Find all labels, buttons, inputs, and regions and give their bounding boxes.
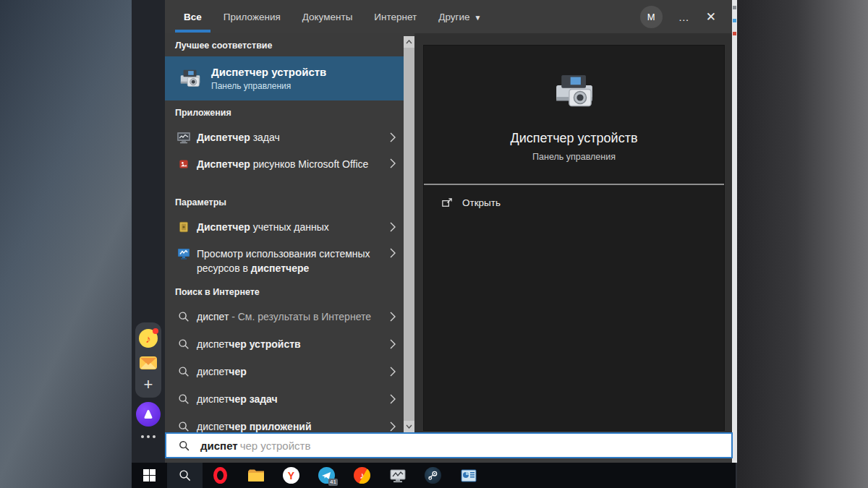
web-suggestion-item[interactable]: диспетчер задач [165, 385, 404, 413]
section-settings: Параметры [165, 190, 404, 213]
desktop-background-left [0, 0, 132, 488]
chevron-right-icon[interactable] [389, 221, 398, 234]
browser-sidebar: ♪ + [132, 0, 165, 463]
taskbar-file-explorer[interactable] [238, 463, 273, 488]
chevron-right-icon[interactable] [389, 157, 398, 170]
telegram-icon: 41 [318, 467, 335, 484]
taskbar-yandex-music[interactable]: ♪ [344, 463, 380, 488]
add-panel-icon[interactable]: + [144, 378, 153, 391]
device-manager-icon [178, 67, 203, 91]
search-icon [176, 419, 191, 432]
search-tabs-bar: Все Приложения Документы Интернет Другие… [165, 0, 732, 33]
best-match-subtitle: Панель управления [211, 81, 326, 91]
chevron-right-icon[interactable] [389, 393, 398, 406]
tab-more[interactable]: Другие▼ [437, 9, 482, 25]
credential-manager-icon [176, 220, 191, 234]
search-icon [176, 309, 191, 324]
windows-logo-icon [143, 469, 156, 482]
search-input[interactable]: диспет чер устройств [165, 432, 733, 458]
device-manager-icon [551, 69, 597, 115]
scroll-up-icon[interactable] [404, 36, 414, 48]
office-picture-manager-icon [176, 157, 191, 171]
search-suggestion-text: чер устройств [240, 440, 311, 452]
chevron-right-icon[interactable] [389, 310, 398, 323]
user-avatar[interactable]: M [640, 6, 663, 28]
tab-all[interactable]: Все [182, 9, 203, 25]
search-window: Все Приложения Документы Интернет Другие… [165, 0, 732, 463]
result-item-task-manager[interactable]: Диспетчер задач [165, 124, 404, 151]
open-external-icon [441, 197, 454, 209]
desktop-background-right [737, 0, 868, 488]
results-scrollbar[interactable] [404, 36, 414, 432]
open-action[interactable]: Открыть [441, 197, 501, 209]
taskbar-telegram[interactable]: 41 [309, 463, 344, 488]
detail-title: Диспетчер устройств [511, 131, 638, 146]
yandex-mail-icon[interactable] [139, 355, 158, 371]
taskbar-opera[interactable] [203, 463, 238, 488]
web-suggestion-item[interactable]: диспетчер [165, 358, 404, 385]
web-suggestion-item[interactable]: диспетчер устройств [165, 330, 404, 358]
search-typed-text: диспет [200, 440, 238, 452]
result-item-resource-monitor[interactable]: Просмотр использования системных ресурсо… [165, 241, 404, 280]
tab-apps[interactable]: Приложения [222, 9, 282, 25]
section-best-match: Лучшее соответствие [165, 33, 404, 56]
web-suggestion-item[interactable]: диспетчер приложений [165, 413, 404, 432]
yandex-music-icon: ♪ [354, 467, 370, 484]
resource-monitor-icon [176, 247, 191, 261]
chevron-right-icon[interactable] [389, 338, 398, 351]
yandex-browser-icon: Y [283, 467, 299, 484]
web-suggestion-item[interactable]: диспет - См. результаты в Интернете [165, 303, 404, 330]
search-icon [176, 392, 191, 406]
best-match-item[interactable]: Диспетчер устройств Панель управления [165, 56, 404, 100]
taskbar: Y 41 ♪ [132, 463, 736, 488]
taskbar-yandex-browser[interactable]: Y [273, 463, 309, 488]
yandex-music-icon[interactable]: ♪ [139, 329, 158, 348]
search-icon [176, 364, 191, 379]
steam-icon [425, 467, 441, 484]
task-manager-icon [176, 130, 191, 145]
chevron-right-icon[interactable] [389, 131, 398, 144]
tab-web[interactable]: Интернет [373, 9, 418, 25]
taskbar-search-button[interactable] [167, 463, 203, 488]
result-item-office-picture-manager[interactable]: Диспетчер рисунков Microsoft Office [165, 151, 404, 190]
section-apps: Приложения [165, 100, 404, 124]
taskbar-system-monitor[interactable] [380, 463, 415, 488]
page-scrollbar-strip[interactable] [732, 0, 737, 463]
chevron-down-icon: ▼ [474, 14, 481, 22]
notification-dot [153, 328, 158, 334]
result-item-credential-manager[interactable]: Диспетчер учетных данных [165, 213, 404, 241]
opera-icon [213, 467, 227, 484]
system-monitor-icon [389, 468, 407, 484]
options-ellipsis-icon[interactable]: … [678, 11, 690, 23]
detail-subtitle: Панель управления [532, 152, 616, 162]
chevron-right-icon[interactable] [389, 420, 398, 432]
sidebar-more-icon[interactable] [132, 435, 165, 438]
detail-area: Диспетчер устройств Панель управления От… [414, 33, 732, 432]
taskbar-steam[interactable] [415, 463, 451, 488]
divider [424, 184, 724, 185]
results-panel: Лучшее соответствие Диспетчер устройств … [165, 33, 404, 432]
tab-documents[interactable]: Документы [301, 9, 354, 25]
best-match-title: Диспетчер устройств [211, 66, 326, 78]
section-web-search: Поиск в Интернете [165, 280, 404, 303]
close-icon[interactable]: ✕ [706, 9, 716, 25]
detail-panel: Диспетчер устройств Панель управления От… [423, 45, 725, 431]
taskbar-documents-app[interactable] [451, 463, 486, 488]
documents-app-icon [461, 469, 477, 482]
chevron-right-icon[interactable] [389, 365, 398, 378]
sidebar-pinned-group: ♪ + [135, 322, 161, 398]
desktop: ♪ + Все Приложения Документы [0, 0, 868, 488]
chevron-right-icon[interactable] [389, 247, 398, 260]
search-icon [176, 337, 191, 351]
search-icon [178, 468, 192, 482]
scroll-down-icon[interactable] [404, 421, 414, 432]
search-icon [178, 440, 190, 452]
windows-start-button[interactable] [132, 463, 167, 488]
alice-assistant-icon[interactable] [136, 402, 161, 427]
telegram-badge: 41 [328, 479, 338, 486]
file-explorer-icon [247, 468, 265, 483]
